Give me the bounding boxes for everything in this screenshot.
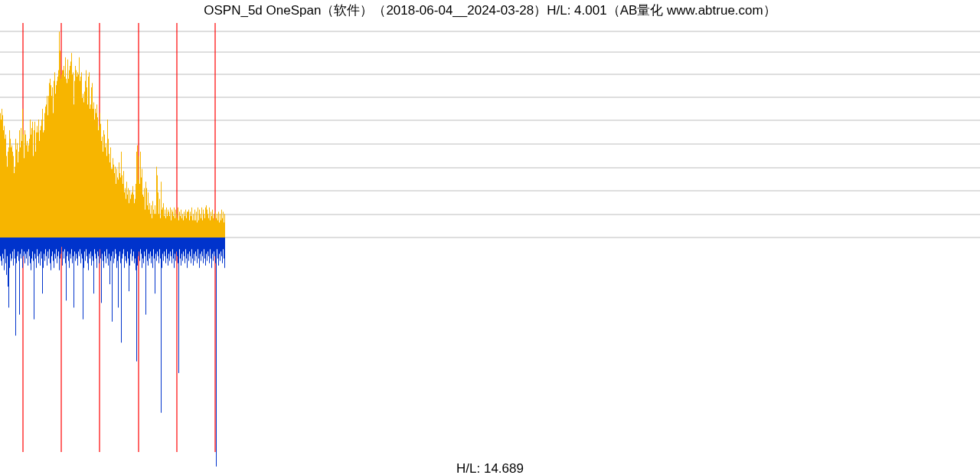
svg-rect-191 [67,238,67,256]
svg-rect-132 [44,113,45,238]
svg-rect-505 [187,238,188,268]
svg-rect-462 [171,221,172,238]
svg-rect-34 [7,167,8,238]
svg-rect-518 [192,221,193,238]
svg-rect-446 [165,210,165,238]
svg-rect-324 [118,179,119,238]
svg-rect-174 [60,79,61,238]
svg-rect-119 [39,238,40,254]
svg-rect-162 [56,85,57,238]
svg-rect-472 [175,218,175,238]
svg-rect-303 [109,238,110,284]
svg-rect-16 [0,113,1,238]
svg-rect-239 [85,238,86,261]
svg-rect-359 [131,238,132,249]
svg-rect-424 [156,167,157,238]
svg-rect-40 [9,130,10,238]
svg-rect-567 [211,238,211,258]
svg-rect-584 [217,221,218,238]
svg-rect-530 [197,222,198,238]
svg-rect-282 [102,136,103,238]
svg-rect-471 [174,238,175,268]
svg-rect-412 [152,218,152,238]
svg-rect-292 [106,143,106,238]
svg-rect-417 [153,238,154,249]
svg-rect-408 [150,214,151,238]
svg-rect-466 [172,211,173,238]
svg-rect-379 [139,238,139,251]
svg-rect-290 [105,147,106,238]
svg-rect-49 [12,238,13,251]
svg-rect-258 [93,109,93,238]
svg-rect-321 [116,238,117,268]
svg-rect-233 [83,238,83,319]
svg-rect-600 [224,222,224,238]
svg-rect-570 [212,210,213,238]
svg-rect-259 [93,238,93,261]
svg-rect-175 [60,238,61,254]
svg-rect-283 [102,238,103,254]
svg-rect-582 [217,214,217,238]
svg-rect-575 [214,238,214,251]
svg-rect-305 [110,238,111,261]
svg-rect-326 [119,162,119,238]
svg-rect-217 [77,238,77,258]
svg-rect-159 [54,238,55,254]
svg-rect-306 [111,169,112,238]
svg-rect-164 [57,81,57,238]
svg-rect-396 [145,182,146,238]
svg-rect-74 [22,109,23,238]
svg-rect-116 [38,120,39,238]
svg-rect-88 [28,152,28,238]
svg-rect-522 [194,221,194,238]
svg-rect-556 [207,210,207,238]
svg-rect-539 [200,238,201,254]
svg-rect-551 [204,238,205,258]
svg-rect-79 [24,238,24,251]
svg-rect-122 [41,126,41,238]
svg-rect-342 [125,188,126,238]
svg-rect-285 [103,238,103,261]
svg-rect-529 [196,238,197,256]
svg-rect-102 [33,156,34,238]
svg-rect-46 [11,146,12,238]
svg-rect-296 [107,120,108,238]
svg-rect-541 [201,238,201,261]
svg-rect-473 [175,238,175,254]
svg-rect-125 [41,238,42,258]
svg-rect-299 [108,238,109,266]
svg-rect-95 [30,238,31,264]
svg-rect-503 [186,238,187,258]
svg-rect-419 [154,238,155,258]
svg-rect-66 [19,130,20,238]
svg-rect-478 [177,218,178,238]
svg-rect-276 [100,113,100,238]
svg-rect-183 [64,238,64,258]
svg-rect-387 [142,238,142,268]
svg-rect-224 [80,81,80,238]
svg-rect-168 [58,70,59,238]
svg-rect-58 [16,149,17,238]
svg-rect-281 [101,238,102,303]
svg-rect-581 [216,238,217,467]
svg-rect-23 [2,238,3,254]
svg-rect-189 [66,238,67,300]
svg-rect-459 [169,238,170,261]
svg-rect-577 [214,238,215,256]
svg-rect-553 [205,238,206,266]
svg-rect-166 [57,77,58,238]
svg-rect-64 [18,152,19,238]
svg-rect-126 [42,109,43,238]
svg-rect-73 [21,238,22,249]
svg-rect-242 [87,87,87,238]
svg-rect-445 [164,238,165,251]
svg-rect-277 [100,238,100,249]
svg-rect-43 [10,238,11,254]
svg-rect-308 [112,169,113,238]
svg-rect-229 [81,238,82,254]
svg-rect-602 [224,214,225,238]
svg-rect-432 [159,199,160,238]
svg-rect-427 [157,238,158,251]
svg-rect-152 [52,87,53,238]
svg-rect-534 [198,221,199,238]
